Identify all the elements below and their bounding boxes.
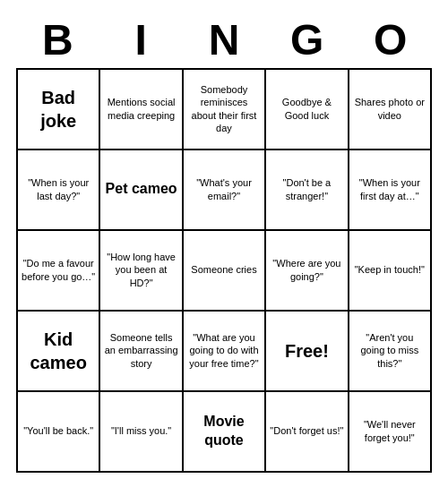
bingo-cell: Kid cameo — [18, 312, 100, 392]
cell-text: "What's your email?" — [187, 176, 261, 202]
bingo-cell: Someone cries — [184, 231, 266, 312]
bingo-grid: Bad jokeMentions social media creepingSo… — [16, 68, 432, 473]
bingo-cell: "Aren't you going to miss this?" — [349, 312, 432, 392]
cell-text: "When is your first day at…" — [353, 176, 426, 202]
bingo-cell: "How long have you been at HD?" — [100, 231, 183, 312]
bingo-cell: Free! — [266, 312, 349, 392]
cell-text: Pet cameo — [106, 180, 177, 199]
cell-text: "Aren't you going to miss this?" — [353, 331, 426, 370]
cell-text: "Don't forget us!" — [270, 424, 343, 437]
bingo-title: BINGO — [16, 15, 432, 64]
bingo-cell: Mentions social media creeping — [100, 70, 183, 150]
bingo-cell: "Where are you going?" — [266, 231, 349, 312]
cell-text: Kid cameo — [22, 328, 95, 374]
cell-text: "Keep in touch!" — [355, 263, 425, 276]
cell-text: "How long have you been at HD?" — [104, 251, 177, 289]
cell-text: "You'll be back." — [23, 424, 93, 437]
bingo-cell: Movie quote — [184, 392, 266, 473]
bingo-card: BINGO Bad jokeMentions social media cree… — [9, 8, 439, 480]
cell-text: Free! — [285, 339, 329, 363]
cell-text: "Don't be a stranger!" — [270, 176, 343, 202]
cell-text: Movie quote — [187, 413, 261, 450]
cell-text: "Do me a favour before you go…" — [22, 257, 95, 283]
bingo-cell: Pet cameo — [100, 150, 183, 231]
bingo-cell: "We'll never forget you!" — [349, 392, 432, 473]
cell-text: Bad joke — [22, 86, 95, 132]
bingo-cell: "I'll miss you." — [100, 392, 183, 473]
bingo-cell: "You'll be back." — [18, 392, 100, 473]
cell-text: "I'll miss you." — [111, 424, 171, 437]
bingo-cell: "When is your last day?" — [18, 150, 100, 231]
bingo-cell: "Don't be a stranger!" — [266, 150, 349, 231]
cell-text: Someone tells an embarrassing story — [104, 331, 177, 370]
title-letter: G — [268, 15, 347, 64]
title-letter: I — [101, 15, 180, 64]
bingo-cell: "What are you going to do with your free… — [184, 312, 266, 392]
bingo-cell: Somebody reminisces about their first da… — [184, 70, 266, 150]
bingo-cell: Shares photo or video — [349, 70, 432, 150]
cell-text: Someone cries — [191, 263, 256, 276]
bingo-cell: "What's your email?" — [184, 150, 266, 231]
bingo-cell: "Don't forget us!" — [266, 392, 349, 473]
bingo-cell: Goodbye & Good luck — [266, 70, 349, 150]
title-letter: B — [18, 15, 97, 64]
bingo-cell: "Do me a favour before you go…" — [18, 231, 100, 312]
cell-text: Goodbye & Good luck — [270, 96, 343, 122]
cell-text: "What are you going to do with your free… — [187, 331, 261, 370]
title-letter: O — [351, 15, 430, 64]
bingo-cell: Someone tells an embarrassing story — [100, 312, 183, 392]
cell-text: "Where are you going?" — [270, 257, 343, 283]
cell-text: "We'll never forget you!" — [353, 418, 426, 444]
cell-text: Somebody reminisces about their first da… — [187, 83, 261, 134]
cell-text: "When is your last day?" — [22, 176, 95, 202]
bingo-cell: Bad joke — [18, 70, 100, 150]
title-letter: N — [185, 15, 263, 64]
cell-text: Mentions social media creeping — [104, 96, 177, 122]
bingo-cell: "Keep in touch!" — [349, 231, 432, 312]
bingo-cell: "When is your first day at…" — [349, 150, 432, 231]
cell-text: Shares photo or video — [353, 96, 426, 122]
